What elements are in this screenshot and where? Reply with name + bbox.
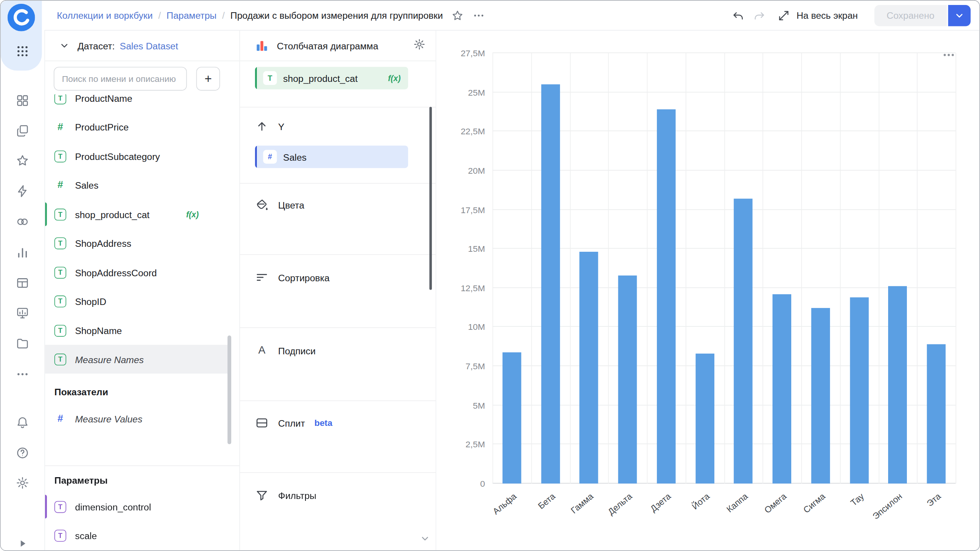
undo-icon[interactable] — [729, 6, 748, 25]
paint-bucket-icon — [255, 198, 269, 212]
field-row-active[interactable]: T shop_product_cat f(x) — [45, 200, 230, 228]
top-bar: Коллекции и воркбуки / Параметры / Прода… — [44, 1, 979, 31]
labels-section[interactable]: A Подписи — [255, 339, 315, 362]
field-type-icon: T — [54, 295, 66, 307]
field-type-icon: T — [54, 150, 66, 162]
bar-Сигма[interactable] — [811, 308, 830, 484]
y-tick-label: 7,5M — [466, 361, 485, 371]
save-dropdown-button[interactable] — [948, 5, 971, 26]
help-icon[interactable] — [16, 446, 29, 460]
bar-Эпсилон[interactable] — [889, 286, 907, 483]
chip-accent-bar — [255, 145, 257, 168]
save-split-button: Сохранено — [874, 5, 970, 26]
config-panel-scrollbar[interactable] — [430, 107, 432, 290]
bar-Йота[interactable] — [696, 354, 714, 483]
collections-icon[interactable] — [16, 124, 29, 137]
v-gridline — [763, 53, 763, 484]
fullscreen-button[interactable]: На весь экран — [778, 9, 858, 22]
divider — [240, 254, 436, 255]
y-field-chip[interactable]: # Sales — [255, 145, 408, 168]
breadcrumb-parameters[interactable]: Параметры — [167, 10, 217, 21]
bar-Дельта[interactable] — [618, 276, 637, 484]
v-gridline — [608, 53, 609, 484]
x-tick-label: Дзета — [648, 491, 673, 514]
datalens-logo[interactable] — [8, 4, 35, 31]
chip-label: shop_product_cat — [283, 73, 358, 83]
lightning-icon[interactable] — [16, 184, 29, 198]
field-type-icon: # — [54, 121, 66, 132]
field-row[interactable]: T ShopAddressCoord — [45, 258, 230, 287]
filters-label: Фильтры — [278, 490, 317, 501]
breadcrumb-separator: / — [158, 10, 161, 21]
bell-icon[interactable] — [16, 416, 29, 429]
widgets-icon[interactable] — [16, 94, 29, 108]
v-gridline — [917, 53, 918, 484]
field-type-icon: T — [54, 208, 66, 220]
field-row[interactable]: # ProductPrice — [45, 112, 230, 141]
breadcrumb-collections[interactable]: Коллекции и воркбуки — [57, 10, 153, 21]
redo-icon[interactable] — [750, 6, 769, 25]
bar-Эта[interactable] — [927, 344, 946, 484]
field-name: shop_product_cat — [75, 209, 150, 220]
chart-type-selector[interactable]: Столбчатая диаграмма — [240, 31, 436, 61]
bar-Гамма[interactable] — [580, 252, 598, 483]
split-section[interactable]: Сплит beta — [255, 412, 332, 434]
scroll-more-chevron-icon[interactable] — [420, 533, 431, 544]
bar-Тау[interactable] — [850, 297, 869, 484]
more-icon[interactable] — [16, 367, 29, 381]
folder-icon[interactable] — [16, 337, 29, 350]
expand-sidebar-icon[interactable] — [16, 536, 26, 546]
bar-Каппа[interactable] — [734, 199, 753, 483]
bar-Бета[interactable] — [541, 85, 560, 484]
field-name: Measure Values — [75, 413, 142, 424]
field-type-icon: T — [263, 71, 277, 85]
bar-Альфа[interactable] — [502, 352, 521, 484]
favorites-star-icon[interactable] — [16, 154, 29, 168]
parameter-row[interactable]: T dimension_control — [45, 492, 230, 521]
field-row[interactable]: T ProductName — [45, 95, 230, 112]
field-name: Measure Names — [75, 354, 144, 365]
chevron-down-icon[interactable] — [59, 40, 70, 51]
save-button[interactable]: Сохранено — [874, 5, 947, 26]
field-row[interactable]: T ProductSubcategory — [45, 142, 230, 171]
fullscreen-label: На весь экран — [797, 10, 858, 21]
parameter-row[interactable]: T scale — [45, 521, 230, 550]
colors-section[interactable]: Цвета — [255, 194, 304, 216]
x-field-chip[interactable]: T shop_product_cat f(x) — [255, 67, 408, 90]
settings-gear-icon[interactable] — [16, 476, 29, 490]
chart-panel: 02,5M5M7,5M10M12,5M15M17,5M20M22,5M25M27… — [436, 31, 980, 550]
field-row[interactable]: T ShopID — [45, 287, 230, 315]
field-row[interactable]: T ShopAddress — [45, 229, 230, 258]
bar-Дзета[interactable] — [657, 109, 676, 484]
v-gridline — [801, 53, 802, 484]
bar-Омега[interactable] — [773, 294, 791, 484]
breadcrumb-separator: / — [222, 10, 225, 21]
sort-section[interactable]: Сортировка — [255, 266, 330, 289]
field-row[interactable]: T ShopName — [45, 316, 230, 345]
monitor-icon[interactable] — [16, 306, 29, 320]
charts-icon[interactable] — [16, 246, 29, 259]
field-name: dimension_control — [75, 501, 151, 512]
dataset-name-link[interactable]: Sales Dataset — [120, 40, 178, 51]
filters-section[interactable]: Фильтры — [255, 484, 316, 507]
favorite-star-icon[interactable] — [448, 6, 467, 25]
labels-label: Подписи — [278, 345, 316, 356]
chevron-down-icon — [954, 10, 965, 21]
dataset-panel-scrollbar[interactable] — [227, 336, 231, 444]
table-icon[interactable] — [16, 276, 29, 290]
field-type-icon: T — [54, 501, 66, 513]
field-search-input[interactable] — [54, 67, 187, 91]
more-dots-icon[interactable] — [469, 6, 488, 25]
y-tick-label: 22,5M — [461, 126, 485, 136]
left-nav-rail — [1, 1, 44, 551]
apps-grid-icon[interactable] — [16, 44, 29, 58]
field-name: Sales — [75, 179, 98, 190]
y-tick-label: 0 — [480, 479, 485, 489]
field-row[interactable]: # Sales — [45, 171, 230, 199]
measure-row[interactable]: # Measure Values — [45, 404, 230, 433]
add-field-button[interactable]: + — [196, 67, 220, 91]
chart-settings-gear-icon[interactable] — [413, 38, 426, 53]
datasets-icon[interactable] — [16, 215, 29, 229]
v-gridline — [531, 53, 532, 484]
field-row-selected[interactable]: T Measure Names — [45, 345, 230, 373]
